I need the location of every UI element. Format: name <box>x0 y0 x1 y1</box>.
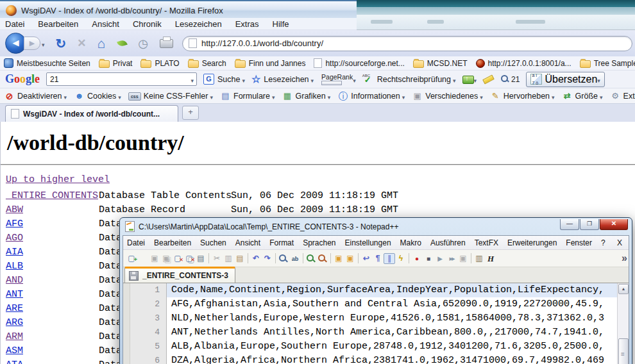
webdev-menu-item[interactable]: Hervorheben <box>490 90 555 102</box>
webdev-menu-item[interactable]: Grafiken <box>282 90 331 102</box>
listing-link[interactable]: AFG <box>6 219 23 229</box>
chevron-down-icon[interactable] <box>353 74 356 85</box>
code-area[interactable]: Code,Name,Continent,Region,SurfaceArea,I… <box>167 283 617 364</box>
toolbar-icon[interactable] <box>234 253 246 264</box>
highlight-button[interactable] <box>483 77 494 82</box>
url-bar[interactable]: http://127.0.0.1/world-db/country/ <box>182 36 632 51</box>
editor-line[interactable]: NLD,Netherlands,Europe,Western Europe,41… <box>167 311 617 326</box>
chevron-down-icon[interactable] <box>597 74 600 85</box>
toolbar-icon[interactable] <box>305 253 317 264</box>
toolbar-icon[interactable] <box>317 253 328 264</box>
firefox-menu-item[interactable]: Chronik <box>133 19 162 29</box>
listing-link[interactable]: ALB <box>6 261 23 272</box>
webdev-menu-item[interactable]: Cookies <box>74 90 121 102</box>
notepad-menu-item[interactable]: Fenster <box>566 238 592 247</box>
toolbar-icon[interactable] <box>195 253 207 264</box>
listing-link[interactable]: ABW <box>6 204 23 215</box>
notepad-menu-item[interactable]: TextFX <box>475 238 498 247</box>
listing-link[interactable]: AND <box>6 275 23 286</box>
toolbar-icon[interactable] <box>395 253 407 264</box>
pagerank-widget[interactable]: PageRank <box>321 73 353 85</box>
toolbar-icon[interactable] <box>446 253 457 264</box>
minimize-button[interactable] <box>560 219 579 230</box>
webdev-menu-item[interactable]: Größe <box>562 90 603 102</box>
up-to-higher-level-link[interactable]: Up to higher level <box>6 174 110 185</box>
listing-link[interactable]: ARG <box>6 317 23 328</box>
firefox-menu-item[interactable]: Lesezeichen <box>175 19 222 29</box>
send-to-button[interactable] <box>462 74 477 85</box>
feed-leaf-icon[interactable] <box>117 39 128 47</box>
forward-button[interactable] <box>24 37 40 50</box>
notepad-editor[interactable]: 123456 Code,Name,Continent,Region,Surfac… <box>123 283 629 364</box>
chevron-down-icon[interactable] <box>453 74 456 85</box>
firefox-menu-item[interactable]: Extras <box>235 19 259 29</box>
chevron-down-icon[interactable] <box>311 74 314 85</box>
toolbar-icon[interactable] <box>275 253 276 263</box>
google-search-box[interactable]: 21 <box>46 72 197 86</box>
toolbar-icon[interactable] <box>485 253 496 264</box>
toolbar-icon[interactable] <box>473 253 485 264</box>
toolbar-icon[interactable] <box>330 253 331 263</box>
toolbar-icon[interactable] <box>471 253 471 263</box>
toolbar-icon[interactable] <box>333 253 344 264</box>
firefox-menu-item[interactable]: Datei <box>5 19 24 29</box>
editor-line[interactable]: ALB,Albania,Europe,Southern Europe,28748… <box>167 340 617 354</box>
history-clock-icon[interactable] <box>138 37 148 51</box>
toolbar-icon[interactable] <box>278 253 289 264</box>
search-dropdown-icon[interactable] <box>191 74 194 85</box>
webdev-menu-item[interactable]: Informationen <box>337 90 405 102</box>
toolbar-icon[interactable] <box>434 253 446 264</box>
google-search-button[interactable]: G Suche <box>203 74 245 85</box>
toolbar-icon[interactable] <box>289 253 301 264</box>
toolbar-icon[interactable] <box>457 253 469 264</box>
toolbar-icon[interactable] <box>344 253 356 264</box>
notepad-menu-close[interactable]: X <box>617 238 622 247</box>
bookmark-item[interactable]: MCSD.NET <box>413 59 468 68</box>
listing-link[interactable]: AIA <box>6 247 23 258</box>
bookmark-item[interactable]: Privat <box>99 59 133 68</box>
bookmark-item[interactable]: Tree Samples <box>580 59 635 68</box>
editor-line[interactable]: Code,Name,Continent,Region,SurfaceArea,I… <box>167 283 617 297</box>
translate-button[interactable]: Übersetzen <box>526 72 604 87</box>
listing-link[interactable]: ATA <box>6 360 23 364</box>
close-button[interactable] <box>600 219 628 230</box>
editor-line[interactable]: DZA,Algeria,Africa,Northern Africa,23817… <box>167 354 617 364</box>
chevron-down-icon[interactable] <box>480 90 483 102</box>
toolbar-icon[interactable] <box>223 253 234 264</box>
toolbar-icon[interactable] <box>262 253 273 264</box>
notepad-menu-item[interactable]: Makro <box>400 238 421 247</box>
toolbar-icon[interactable] <box>303 253 303 263</box>
toolbar-icon[interactable] <box>360 253 372 264</box>
webdev-menu-item[interactable]: Verschiedenes <box>412 90 483 102</box>
webdev-menu-item[interactable]: Formulare <box>220 90 275 102</box>
bookmark-item[interactable]: http://sourceforge.net... <box>314 58 404 68</box>
url-text[interactable]: http://127.0.0.1/world-db/country/ <box>201 38 323 48</box>
restore-button[interactable] <box>580 219 599 230</box>
notepad-tab[interactable]: _ENTIRE_CONTENTS-3 <box>124 267 235 283</box>
chevron-down-icon[interactable] <box>272 90 275 102</box>
bookmark-item[interactable]: Search <box>188 59 226 68</box>
notepad-menu-item[interactable]: Datei <box>127 238 145 247</box>
firefox-menu-item[interactable]: Bearbeiten <box>38 19 78 29</box>
toolbar-icon[interactable] <box>423 253 434 264</box>
stop-button[interactable] <box>77 37 86 50</box>
editor-line[interactable]: ANT,Netherlands Antilles,North America,C… <box>167 326 617 340</box>
firefox-menu-item[interactable]: Hilfe <box>273 19 289 29</box>
chevron-down-icon[interactable] <box>600 90 603 102</box>
webdev-menu-item[interactable]: Extras <box>610 90 635 102</box>
listing-link[interactable]: _ENTIRE_CONTENTS <box>6 190 98 201</box>
notepad-titlebar[interactable]: C:\Users\Martin\AppData\Local\Temp\_ENTI… <box>120 218 632 235</box>
chevron-down-icon[interactable] <box>552 90 555 102</box>
toolbar-overflow-icon[interactable] <box>622 252 627 264</box>
notepad-menu-item[interactable]: Ausführen <box>430 238 466 247</box>
toolbar-icon[interactable] <box>409 253 409 263</box>
chevron-down-icon[interactable] <box>210 90 213 102</box>
scrollbar-thumb[interactable] <box>618 338 629 364</box>
google-bookmarks-button[interactable]: Lesezeichen <box>251 73 314 85</box>
listing-link[interactable]: ARM <box>6 331 23 342</box>
listing-link[interactable]: ANT <box>6 289 23 300</box>
toolbar-icon[interactable] <box>183 253 195 264</box>
firefox-menu-item[interactable]: Ansicht <box>92 19 119 29</box>
listing-link[interactable]: ARE <box>6 303 23 314</box>
notepad-menu-item[interactable]: Erweiterungen <box>507 238 557 247</box>
